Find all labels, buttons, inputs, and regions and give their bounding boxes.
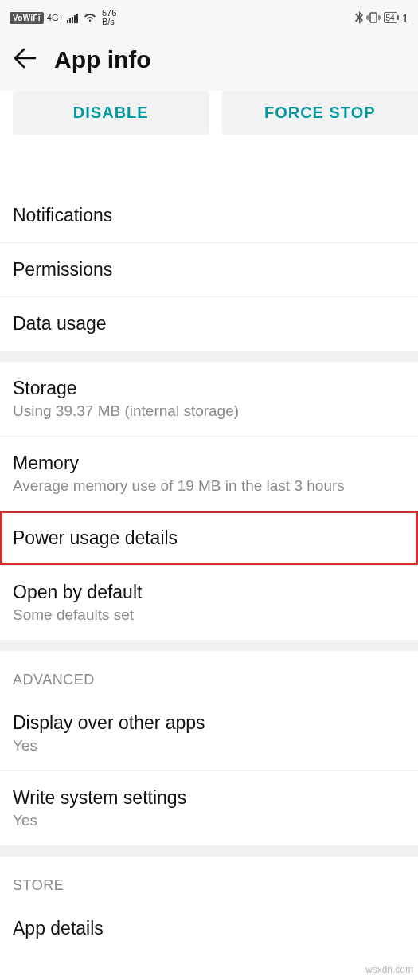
app-bar: App info [0,32,418,91]
storage-title: Storage [13,378,405,399]
status-bar: VoWiFi 4G+ 576 B/s 54 1 [0,0,418,32]
back-arrow-icon[interactable] [13,46,37,73]
force-stop-button[interactable]: FORCE STOP [222,91,419,135]
vibrate-icon [366,11,381,24]
group-advanced: ADVANCED Display over other apps Yes Wri… [0,651,418,845]
page-title: App info [54,46,151,73]
svg-rect-4 [76,14,78,23]
storage-row[interactable]: Storage Using 39.37 MB (internal storage… [0,362,418,436]
status-left: VoWiFi 4G+ 576 B/s [10,9,116,26]
action-row: DISABLE FORCE STOP [0,91,418,154]
storage-sub: Using 39.37 MB (internal storage) [13,402,405,420]
display-over-apps-row[interactable]: Display over other apps Yes [0,696,418,770]
group-resources: Storage Using 39.37 MB (internal storage… [0,362,418,640]
power-usage-row[interactable]: Power usage details [0,511,418,565]
wifi-icon [83,12,97,23]
signal-bars-icon [67,12,80,23]
section-gap-2 [0,640,418,651]
open-by-default-sub: Some defaults set [13,606,405,624]
data-usage-label: Data usage [13,313,405,335]
status-trail-text: 1 [400,11,408,25]
display-over-apps-sub: Yes [13,737,405,755]
status-right: 54 1 [355,11,408,25]
network-gen-label: 4G+ [47,13,64,22]
memory-row[interactable]: Memory Average memory use of 19 MB in th… [0,436,418,511]
store-header: STORE [0,857,418,902]
notifications-label: Notifications [13,205,405,226]
write-system-settings-row[interactable]: Write system settings Yes [0,770,418,845]
open-by-default-row[interactable]: Open by default Some defaults set [0,565,418,640]
bluetooth-icon [355,11,363,24]
svg-rect-0 [67,20,68,23]
vowifi-badge: VoWiFi [10,12,44,24]
power-usage-title: Power usage details [13,527,405,549]
section-gap-3 [0,845,418,857]
permissions-label: Permissions [13,259,405,280]
app-details-title: App details [13,918,405,939]
watermark: wsxdn.com [365,964,413,975]
open-by-default-title: Open by default [13,582,405,603]
group-store: STORE App details [0,857,418,947]
memory-sub: Average memory use of 19 MB in the last … [13,477,405,495]
write-system-settings-sub: Yes [13,812,405,829]
write-system-settings-title: Write system settings [13,787,405,809]
notifications-row[interactable]: Notifications [0,189,418,242]
svg-rect-1 [69,18,71,23]
advanced-header: ADVANCED [0,651,418,696]
data-usage-row[interactable]: Data usage [0,296,418,351]
disable-button[interactable]: DISABLE [13,91,209,135]
battery-level: 54 [386,14,395,22]
net-speed-unit: B/s [102,18,116,26]
net-speed: 576 B/s [102,9,116,26]
section-gap [0,351,418,362]
svg-rect-5 [370,13,377,22]
permissions-row[interactable]: Permissions [0,242,418,296]
app-details-row[interactable]: App details [0,902,418,947]
group-basic: Notifications Permissions Data usage [0,189,418,351]
battery-icon: 54 [384,12,397,23]
svg-rect-2 [72,17,73,23]
display-over-apps-title: Display over other apps [13,712,405,734]
svg-rect-3 [74,15,76,23]
memory-title: Memory [13,453,405,474]
